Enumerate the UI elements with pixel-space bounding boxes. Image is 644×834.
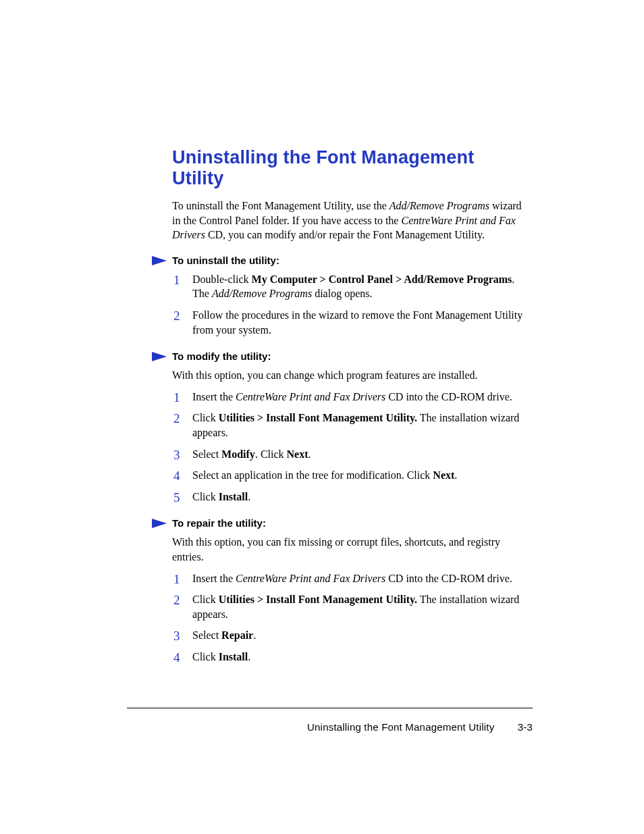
step-text: dialog opens.: [312, 288, 372, 299]
steps-uninstall: Double-click My Computer > Control Panel…: [172, 272, 530, 337]
step-text: Double-click: [192, 273, 252, 285]
step-text: Follow the procedures in the wizard to r…: [192, 309, 522, 336]
footer-title: Uninstalling the Font Management Utility: [307, 721, 494, 733]
step-text: .: [253, 629, 256, 641]
arrow-icon: [152, 519, 167, 528]
step: Insert the CentreWare Print and Fax Driv…: [172, 390, 530, 405]
step-text: .: [248, 491, 250, 502]
content-column: Uninstalling the Font Management Utility…: [172, 147, 530, 677]
step-text: .: [454, 469, 457, 481]
step: Click Install.: [172, 490, 530, 504]
step-bold: Utilities > Install Font Management Util…: [219, 594, 417, 605]
step-bold: Modify: [221, 448, 255, 460]
procedure-heading-repair: To repair the utility:: [172, 517, 266, 529]
step-text: Select: [192, 448, 221, 460]
steps-modify: Insert the CentreWare Print and Fax Driv…: [172, 390, 530, 504]
arrow-icon: [152, 256, 167, 265]
svg-marker-1: [152, 352, 167, 361]
page: Uninstalling the Font Management Utility…: [0, 0, 644, 834]
footer-rule: [127, 708, 533, 708]
step: Select Repair.: [172, 628, 530, 643]
step-bold: Install: [219, 651, 248, 662]
step: Select an application in the tree for mo…: [172, 468, 530, 483]
svg-marker-2: [152, 519, 167, 528]
step-text: CD into the CD-ROM drive.: [385, 573, 512, 584]
steps-repair: Insert the CentreWare Print and Fax Driv…: [172, 571, 530, 664]
step-text: Click: [192, 651, 219, 662]
step-text: Click: [192, 491, 219, 502]
step-bold: Utilities > Install Font Management Util…: [219, 412, 417, 423]
footer: Uninstalling the Font Management Utility…: [307, 721, 533, 733]
step-bold: Repair: [221, 629, 253, 641]
procedure-heading-modify: To modify the utility:: [172, 350, 271, 362]
footer-page-number: 3-3: [518, 721, 533, 733]
svg-marker-0: [152, 256, 167, 265]
intro-text: To uninstall the Font Management Utility…: [172, 200, 390, 211]
procedure-heading-row: To uninstall the utility:: [152, 255, 530, 267]
step-text: .: [248, 651, 250, 662]
intro-paragraph: To uninstall the Font Management Utility…: [172, 199, 530, 242]
procedure-heading-row: To repair the utility:: [152, 517, 530, 529]
step: Double-click My Computer > Control Panel…: [172, 272, 530, 301]
step-em: Add/Remove Programs: [212, 288, 312, 299]
step-text: Insert the: [192, 573, 236, 584]
step-text: . Click: [255, 448, 287, 460]
procedure-heading-row: To modify the utility:: [152, 350, 530, 363]
procedure-heading-uninstall: To uninstall the utility:: [172, 255, 279, 266]
step-em: CentreWare Print and Fax Drivers: [236, 391, 385, 402]
lead-modify: With this option, you can change which p…: [172, 368, 530, 383]
step-text: Click: [192, 412, 219, 423]
step-em: CentreWare Print and Fax Drivers: [236, 573, 385, 584]
lead-repair: With this option, you can fix missing or…: [172, 535, 530, 564]
step-text: Select an application in the tree for mo…: [192, 469, 433, 481]
step: Click Install.: [172, 650, 530, 664]
step-text: .: [308, 448, 311, 460]
step: Follow the procedures in the wizard to r…: [172, 308, 530, 337]
step-text: Select: [192, 629, 221, 641]
step: Select Modify. Click Next.: [172, 447, 530, 462]
step: Insert the CentreWare Print and Fax Driv…: [172, 571, 530, 586]
step-bold: Install: [219, 491, 248, 502]
step-text: Insert the: [192, 391, 236, 402]
intro-text: CD, you can modify and/or repair the Fon…: [205, 229, 485, 240]
page-title: Uninstalling the Font Management Utility: [172, 147, 530, 189]
intro-em1: Add/Remove Programs: [390, 200, 489, 211]
step-text: Click: [192, 594, 219, 605]
arrow-icon: [152, 352, 167, 361]
step-text: CD into the CD-ROM drive.: [385, 391, 512, 402]
step: Click Utilities > Install Font Managemen…: [172, 592, 530, 621]
step: Click Utilities > Install Font Managemen…: [172, 411, 530, 440]
step-bold: Next: [433, 469, 454, 481]
step-bold: Next: [287, 448, 308, 460]
step-bold: My Computer > Control Panel > Add/Remove…: [252, 273, 512, 285]
